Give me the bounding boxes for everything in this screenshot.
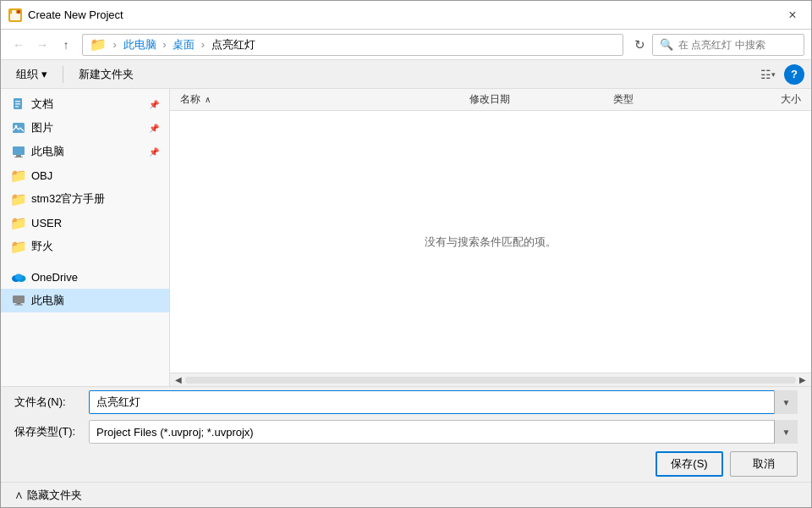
filename-label: 文件名(N):: [14, 395, 82, 410]
scroll-track[interactable]: [185, 377, 796, 384]
cancel-button[interactable]: 取消: [730, 451, 798, 477]
sidebar-item-thispc-label: 此电脑: [31, 293, 64, 308]
hide-folders-row[interactable]: ∧ 隐藏文件夹: [1, 482, 811, 507]
filetype-select[interactable]: Project Files (*.uvproj; *.uvprojx): [89, 420, 798, 444]
col-header-type[interactable]: 类型: [610, 92, 728, 107]
view-arrow: ▾: [771, 70, 776, 79]
breadcrumb-part-pc[interactable]: 此电脑: [123, 37, 156, 52]
sidebar-item-documents[interactable]: 文档 📌: [1, 92, 169, 116]
sep1: ›: [110, 38, 120, 51]
pin-icon-documents: 📌: [149, 100, 159, 109]
onedrive-icon: [11, 269, 26, 284]
breadcrumb-current: 点亮红灯: [211, 37, 255, 52]
forward-button[interactable]: →: [31, 34, 53, 56]
sort-arrow: ∧: [205, 95, 211, 104]
filetype-select-wrap: Project Files (*.uvproj; *.uvprojx) ▼: [89, 420, 798, 444]
sidebar-item-thispc-quick-label: 此电脑: [31, 144, 64, 159]
scroll-left-arrow[interactable]: ◀: [172, 375, 185, 384]
organize-button[interactable]: 组织 ▾: [8, 64, 56, 86]
svg-rect-16: [13, 295, 25, 303]
svg-rect-11: [16, 155, 21, 157]
wildfire-folder-icon: 📁: [11, 239, 26, 254]
stm32-folder-icon: 📁: [11, 191, 26, 207]
view-icon: ☷: [760, 68, 771, 81]
save-button[interactable]: 保存(S): [656, 451, 723, 477]
svg-rect-18: [14, 305, 23, 306]
file-area: 名称 ∧ 修改日期 类型 大小 没有与搜索条件匹配的项。 ◀ ▶: [170, 89, 811, 386]
file-list-body: 没有与搜索条件匹配的项。: [170, 111, 811, 373]
sep2: ›: [160, 38, 170, 51]
breadcrumb-part-desktop[interactable]: 桌面: [173, 37, 195, 52]
sep3: ›: [198, 38, 208, 51]
filetype-label: 保存类型(T):: [14, 424, 82, 439]
title-bar-text: Create New Project: [28, 8, 781, 21]
back-button[interactable]: ←: [8, 34, 30, 56]
thispc-quick-icon: [11, 144, 26, 159]
horizontal-scrollbar[interactable]: ◀ ▶: [170, 373, 811, 386]
sidebar: 文档 📌 图片 📌 此电脑 📌 📁 O: [1, 89, 170, 386]
pictures-icon: [11, 120, 26, 135]
sidebar-item-user-label: USER: [31, 217, 62, 229]
col-header-date[interactable]: 修改日期: [466, 92, 610, 107]
search-input[interactable]: [678, 39, 797, 51]
svg-rect-6: [15, 103, 20, 105]
svg-rect-2: [12, 10, 16, 14]
filename-input[interactable]: [89, 390, 798, 414]
app-icon: [8, 8, 23, 23]
sidebar-item-onedrive[interactable]: OneDrive: [1, 265, 169, 289]
search-box[interactable]: 🔍: [652, 34, 804, 56]
obj-folder-icon: 📁: [11, 168, 26, 183]
filename-input-wrap: ▼: [89, 390, 798, 414]
view-button[interactable]: ☷ ▾: [757, 64, 779, 86]
refresh-button[interactable]: ↻: [628, 34, 650, 56]
svg-rect-10: [13, 146, 25, 155]
title-bar: Create New Project ×: [1, 1, 811, 30]
svg-rect-5: [15, 101, 20, 102]
svg-rect-17: [17, 303, 21, 305]
svg-rect-1: [10, 14, 20, 20]
organize-arrow: ▾: [41, 68, 47, 80]
create-project-dialog: Create New Project × ← → ↑ 📁 › 此电脑 › 桌面 …: [0, 0, 812, 508]
svg-point-15: [15, 274, 23, 280]
svg-rect-12: [14, 157, 23, 157]
documents-icon: [11, 97, 26, 112]
sidebar-item-pictures-label: 图片: [31, 120, 53, 135]
action-row: 保存(S) 取消: [1, 446, 811, 482]
sidebar-item-stm32[interactable]: 📁 stm32官方手册: [1, 187, 169, 211]
sidebar-item-onedrive-label: OneDrive: [31, 271, 78, 284]
search-icon: 🔍: [660, 38, 673, 51]
thispc-icon: [11, 293, 26, 308]
svg-rect-7: [15, 106, 19, 108]
hide-folders-label: ∧ 隐藏文件夹: [14, 488, 82, 503]
sidebar-scroll-space: [1, 312, 169, 329]
pin-icon-pictures: 📌: [149, 124, 159, 133]
col-header-size[interactable]: 大小: [728, 92, 804, 107]
sidebar-item-obj[interactable]: 📁 OBJ: [1, 163, 169, 187]
pin-icon-thispc: 📌: [149, 147, 159, 157]
bottom-bar: 文件名(N): ▼ 保存类型(T): Project Files (*.uvpr…: [1, 386, 811, 507]
sidebar-item-thispc-quick[interactable]: 此电脑 📌: [1, 140, 169, 163]
toolbar-right: ☷ ▾ ?: [757, 64, 804, 86]
organize-label: 组织: [16, 67, 38, 82]
breadcrumb: 📁 › 此电脑 › 桌面 › 点亮红灯: [82, 34, 623, 56]
user-folder-icon: 📁: [11, 215, 26, 230]
sidebar-item-pictures[interactable]: 图片 📌: [1, 116, 169, 140]
file-list-header: 名称 ∧ 修改日期 类型 大小: [170, 89, 811, 111]
sidebar-item-user[interactable]: 📁 USER: [1, 211, 169, 235]
scroll-right-arrow[interactable]: ▶: [796, 375, 809, 384]
close-button[interactable]: ×: [781, 3, 804, 27]
filename-dropdown-arrow[interactable]: ▼: [774, 390, 798, 414]
filetype-row: 保存类型(T): Project Files (*.uvproj; *.uvpr…: [1, 417, 811, 446]
breadcrumb-folder-icon: 📁: [90, 36, 107, 52]
main-content: 文档 📌 图片 📌 此电脑 📌 📁 O: [1, 89, 811, 386]
sidebar-item-wildfire[interactable]: 📁 野火: [1, 235, 169, 258]
up-button[interactable]: ↑: [55, 34, 77, 56]
new-folder-button[interactable]: 新建文件夹: [70, 64, 142, 86]
sidebar-item-documents-label: 文档: [31, 97, 53, 112]
col-header-name[interactable]: 名称 ∧: [177, 92, 466, 107]
filename-row: 文件名(N): ▼: [1, 387, 811, 417]
toolbar-separator: [63, 66, 63, 83]
empty-message: 没有与搜索条件匹配的项。: [425, 235, 557, 250]
help-button[interactable]: ?: [784, 64, 804, 85]
sidebar-item-thispc[interactable]: 此电脑: [1, 289, 169, 312]
